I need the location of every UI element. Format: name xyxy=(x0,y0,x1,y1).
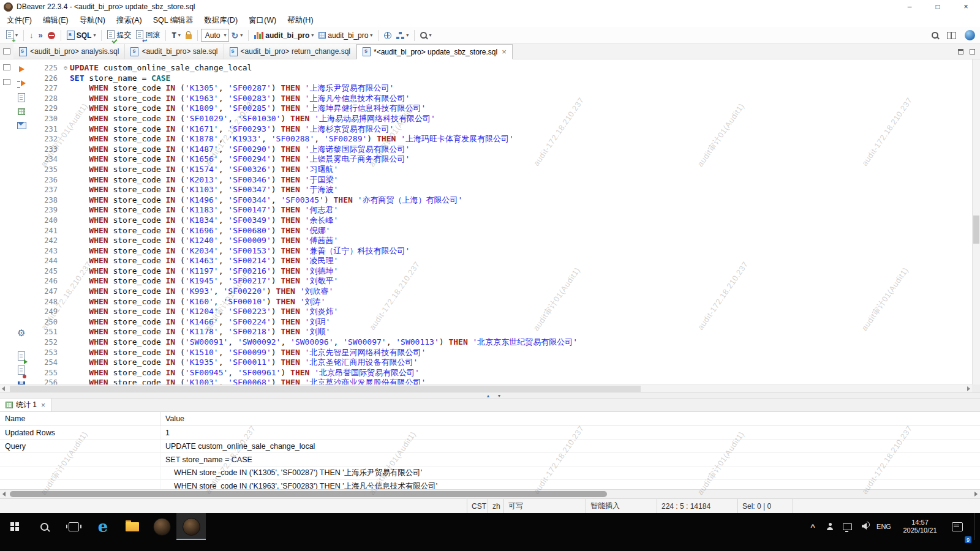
restore-view-icon[interactable] xyxy=(3,48,10,54)
stop-button[interactable] xyxy=(45,31,58,40)
restore-view-icon[interactable] xyxy=(3,79,10,85)
menu-item-6[interactable]: 数据库(D) xyxy=(198,13,243,28)
new-sql-editor-button[interactable]: + ▾ xyxy=(4,29,20,42)
menu-item-1[interactable]: 文件(F) xyxy=(1,13,37,28)
database-icon xyxy=(318,32,326,39)
result-row[interactable]: Updated Rows1 xyxy=(0,426,980,440)
divider xyxy=(414,30,415,41)
minimize-button[interactable]: – xyxy=(895,0,924,13)
editor-tab[interactable]: <audit_bi_pro> analysis.sql xyxy=(13,44,125,59)
start-button[interactable] xyxy=(0,513,29,540)
result-row[interactable]: SET store_name = CASE xyxy=(0,453,980,467)
scroll-left-arrow[interactable] xyxy=(2,386,5,391)
line-number: 240 xyxy=(29,216,61,226)
code-line: 242 WHEN store_code IN ('K1240', 'SF0000… xyxy=(29,236,972,246)
commit-button[interactable]: 提交 xyxy=(105,29,134,42)
dbeaver-taskbar-button[interactable] xyxy=(176,513,206,540)
connection-select[interactable]: audit_bi_pro ▾ xyxy=(252,30,316,41)
maximize-view-icon[interactable] xyxy=(970,49,975,54)
hidden-icons-button[interactable] xyxy=(806,513,820,540)
quick-search-button[interactable] xyxy=(929,31,941,40)
status-caret-position[interactable]: 224 : 5 : 14184 xyxy=(657,499,737,513)
column-header-value[interactable]: Value xyxy=(160,414,184,423)
menu-item-2[interactable]: 编辑(E) xyxy=(37,13,74,28)
network-button[interactable]: ▾ xyxy=(394,31,411,40)
fold-marker[interactable]: ⊖ xyxy=(61,63,70,73)
expand-results-button[interactable]: ▼ xyxy=(495,393,503,398)
explain-plan-button[interactable] xyxy=(17,92,26,102)
result-grid-button[interactable] xyxy=(17,107,26,116)
execute-statement-button[interactable] xyxy=(17,64,26,74)
fast-forward-button[interactable]: » xyxy=(36,29,45,41)
delete-script-button[interactable] xyxy=(17,366,26,376)
tray-volume-button[interactable] xyxy=(858,513,871,540)
scroll-left-arrow[interactable] xyxy=(2,492,6,497)
horizontal-scrollbar[interactable] xyxy=(0,384,972,392)
export-script-button[interactable] xyxy=(17,352,26,362)
menu-item-4[interactable]: 搜索(A) xyxy=(111,13,148,28)
output-button[interactable] xyxy=(17,121,26,130)
taskbar-clock[interactable]: 14:57 2025/10/21 xyxy=(897,519,943,534)
results-horizontal-scrollbar[interactable] xyxy=(0,489,980,498)
edge-button[interactable] xyxy=(88,513,118,540)
tray-contact-button[interactable] xyxy=(823,513,837,540)
restore-view-icon[interactable] xyxy=(3,64,10,70)
sql-menu-label: SQL xyxy=(77,31,92,40)
menu-item-7[interactable]: 窗口(W) xyxy=(243,13,282,28)
input-language-button[interactable]: ENG xyxy=(875,523,893,530)
tab-close-button[interactable]: × xyxy=(502,47,507,56)
settings-button[interactable]: ⚙ xyxy=(17,328,26,337)
scrollbar-thumb[interactable] xyxy=(10,386,641,392)
transaction-log-button[interactable]: T ▾ xyxy=(169,30,183,41)
scrollbar-thumb[interactable] xyxy=(10,491,607,497)
schema-select[interactable]: audit_bi_pro ▾ xyxy=(316,30,375,41)
sql-menu-button[interactable]: SQL ▾ xyxy=(64,29,99,41)
sql-file-icon xyxy=(67,31,75,40)
result-row[interactable]: WHEN store_code IN ('K1305', 'SF00287') … xyxy=(0,467,980,480)
code-line: 235 WHEN store_code IN ('K1574', 'SF0032… xyxy=(29,165,972,175)
expand-editor-button[interactable]: ▲ xyxy=(484,393,492,398)
column-header-name[interactable]: Name xyxy=(0,412,160,425)
scrollbar-thumb[interactable] xyxy=(973,216,979,244)
code-line: 231 WHEN store_code IN ('K1671', 'SF0029… xyxy=(29,124,972,135)
fetch-down-button[interactable]: ↓ xyxy=(27,29,36,41)
perspective-button[interactable] xyxy=(962,29,978,42)
tab-close-button[interactable]: × xyxy=(41,401,45,410)
execute-script-button[interactable] xyxy=(17,78,26,88)
panel-splitter[interactable]: ▲ ▼ xyxy=(0,392,980,399)
action-center-button[interactable]: 9 xyxy=(947,513,968,540)
editor-tab[interactable]: <audit_bi_pro> sale.sql xyxy=(125,44,224,59)
scroll-right-arrow[interactable] xyxy=(967,386,970,391)
lock-icon xyxy=(186,34,192,39)
lock-button[interactable] xyxy=(183,30,194,40)
menu-item-5[interactable]: SQL 编辑器 xyxy=(148,13,199,28)
editor-layout-button[interactable] xyxy=(944,31,959,40)
dbeaver-app-icon xyxy=(183,518,200,536)
menu-item-3[interactable]: 导航(N) xyxy=(74,13,111,28)
rollback-button[interactable]: ↩ 回滚 xyxy=(134,29,162,42)
autocommit-select[interactable]: Auto ▾ xyxy=(201,29,229,42)
app-button[interactable] xyxy=(147,513,176,540)
search-menu-button[interactable]: ▾ xyxy=(418,31,434,40)
code-line: 241 WHEN store_code IN ('K1696', 'SF0068… xyxy=(29,226,972,236)
refresh-button[interactable]: ↻ ▾ xyxy=(229,30,246,41)
file-explorer-button[interactable] xyxy=(118,513,147,540)
vertical-scrollbar[interactable] xyxy=(972,59,980,384)
result-row[interactable]: QueryUPDATE custom_online_sale_change_lo… xyxy=(0,440,980,453)
tab-label: <audit_bi_pro> return_change.sql xyxy=(241,47,350,56)
globe-button[interactable] xyxy=(382,31,394,40)
menu-item-8[interactable]: 帮助(H) xyxy=(282,13,318,28)
code-area[interactable]: 225⊖UPDATE custom_online_sale_change_loc… xyxy=(29,59,972,384)
task-view-button[interactable] xyxy=(59,513,88,540)
statistics-tab[interactable]: 统计 1 × xyxy=(0,399,51,411)
scroll-right-arrow[interactable] xyxy=(974,492,978,497)
editor-tab[interactable]: <audit_bi_pro> return_change.sql xyxy=(224,44,356,59)
minimize-view-icon[interactable] xyxy=(958,49,963,54)
close-button[interactable]: × xyxy=(952,0,980,13)
show-desktop-button[interactable] xyxy=(974,513,978,540)
maximize-button[interactable]: □ xyxy=(924,0,952,13)
taskbar-search-button[interactable] xyxy=(29,513,59,540)
editor-tab[interactable]: *<audit_bi_pro> update_sbz_store.sql× xyxy=(356,44,513,59)
tray-network-button[interactable] xyxy=(840,513,854,540)
status-insert-mode[interactable]: 智能插入 xyxy=(586,499,657,513)
